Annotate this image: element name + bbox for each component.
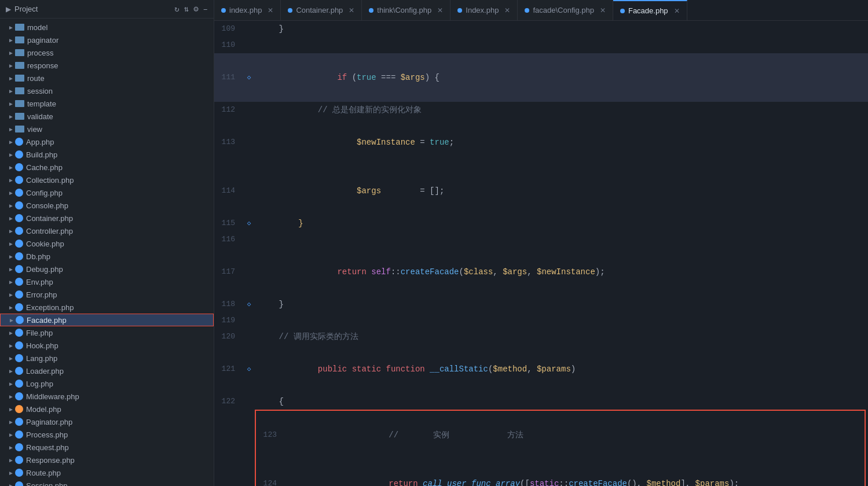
file-dot-icon [15, 392, 23, 400]
tree-file-request[interactable]: ► Request.php [0, 441, 214, 454]
tree-file-facade[interactable]: ► Facade.php [0, 314, 214, 326]
file-dot-icon [15, 150, 23, 159]
line-number: 111 [214, 69, 243, 86]
tree-file-route[interactable]: ► Route.php [0, 466, 214, 479]
line-number: 109 [214, 21, 243, 37]
folder-icon [15, 126, 24, 132]
line-number: 110 [214, 37, 243, 53]
file-dot-icon [15, 201, 23, 209]
tab-container-php[interactable]: Container.php ✕ [281, 0, 362, 21]
tree-label: Process.php [26, 430, 68, 439]
tree-file-session[interactable]: ► Session.php [0, 479, 214, 486]
file-dot-icon [15, 189, 23, 197]
tab-close-icon[interactable]: ✕ [349, 6, 354, 14]
file-dot-icon [15, 290, 23, 299]
tree-file-paginator[interactable]: ► Paginator.php [0, 415, 214, 428]
tree-arrow: ► [7, 241, 15, 247]
tree-file-build[interactable]: ► Build.php [0, 148, 214, 161]
tree-file-container[interactable]: ► Container.php [0, 212, 214, 224]
tree-label: Debug.php [26, 265, 63, 274]
tree-folder-template[interactable]: ► template [0, 97, 214, 110]
tree-label: view [27, 125, 42, 134]
line-number: 115 [214, 215, 243, 231]
file-dot-icon [15, 481, 23, 486]
tree-folder-response[interactable]: ► response [0, 59, 214, 72]
tree-file-controller[interactable]: ► Controller.php [0, 224, 214, 237]
line-number: 118 [214, 296, 243, 312]
tab-close-icon[interactable]: ✕ [437, 6, 443, 14]
tree-file-config[interactable]: ► Config.php [0, 186, 214, 199]
file-dot-icon [15, 405, 23, 413]
file-dot-icon [15, 214, 23, 222]
tab-facade-php[interactable]: Facade.php ✕ [613, 0, 687, 21]
code-line-113: 113 $newInstance = true; [214, 118, 868, 167]
tab-facade-config-php[interactable]: facade\Config.php ✕ [518, 0, 613, 21]
code-line-121: 121 ◇ public static function __callStati… [214, 345, 868, 393]
line-content: $newInstance = true; [255, 118, 868, 167]
tree-label: process [27, 49, 54, 57]
tree-folder-validate[interactable]: ► validate [0, 110, 214, 123]
file-dot-icon [15, 443, 23, 451]
tree-file-error[interactable]: ► Error.php [0, 288, 214, 301]
file-dot-icon [15, 456, 23, 464]
tree-file-model[interactable]: ► Model.php [0, 403, 214, 415]
line-content: return call_user_func_array([static::cre… [296, 459, 865, 486]
tree-file-cookie[interactable]: ► Cookie.php [0, 237, 214, 250]
tree-arrow: ► [7, 355, 15, 362]
tree-folder-route[interactable]: ► route [0, 72, 214, 84]
folder-icon [15, 49, 24, 56]
code-line-115: 115 ◇ } [214, 215, 868, 231]
tree-file-debug[interactable]: ► Debug.php [0, 263, 214, 275]
tree-file-console[interactable]: ► Console.php [0, 199, 214, 212]
sidebar-title: Project [14, 5, 38, 13]
tab-close-icon[interactable]: ✕ [268, 6, 273, 14]
tab-think-config-php[interactable]: think\Config.php ✕ [362, 0, 451, 21]
file-dot-icon [15, 176, 23, 184]
line-content: return self::createFacade($class, $args,… [255, 248, 868, 296]
tree-folder-session[interactable]: ► session [0, 84, 214, 97]
tree-label: Route.php [26, 469, 61, 477]
tree-label: validate [27, 112, 53, 121]
code-area[interactable]: 109 } 110 111 ◇ if (true === $args) { 11… [214, 21, 868, 486]
tab-label: Container.php [296, 6, 343, 14]
tree-folder-view[interactable]: ► view [0, 123, 214, 135]
minimize-icon[interactable]: – [203, 5, 208, 14]
line-number: 116 [214, 231, 243, 248]
tree-file-lang[interactable]: ► Lang.php [0, 352, 214, 365]
tree-file-response[interactable]: ► Response.php [0, 454, 214, 466]
sort-icon[interactable]: ⇅ [184, 4, 189, 14]
tree-file-env[interactable]: ► Env.php [0, 275, 214, 288]
tree-folder-model[interactable]: ► model [0, 21, 214, 34]
tab-close-icon[interactable]: ✕ [504, 6, 510, 14]
line-number: 123 [256, 427, 285, 443]
code-line-116: 116 [214, 231, 868, 248]
tree-arrow: ► [7, 50, 15, 56]
tab-index-php[interactable]: index.php ✕ [214, 0, 281, 21]
tree-file-log[interactable]: ► Log.php [0, 377, 214, 390]
tab-label: facade\Config.php [533, 6, 594, 14]
tree-file-collection[interactable]: ► Collection.php [0, 174, 214, 186]
tree-arrow: ► [7, 24, 15, 31]
tree-folder-paginator[interactable]: ► paginator [0, 34, 214, 46]
file-dot-icon [15, 278, 23, 286]
tree-arrow: ► [7, 419, 15, 425]
tree-label: Container.php [26, 214, 73, 223]
tab-close-icon[interactable]: ✕ [674, 7, 680, 15]
tree-file-file[interactable]: ► File.php [0, 326, 214, 339]
tab-index-php2[interactable]: Index.php ✕ [451, 0, 518, 21]
file-dot-icon [15, 430, 23, 439]
tree-file-loader[interactable]: ► Loader.php [0, 365, 214, 377]
settings-icon[interactable]: ⚙ [193, 4, 198, 14]
tree-file-hook[interactable]: ► Hook.php [0, 339, 214, 352]
tree-folder-process[interactable]: ► process [0, 46, 214, 59]
tree-arrow: ► [7, 253, 15, 260]
tree-file-app[interactable]: ► App.php [0, 135, 214, 148]
tree-file-db[interactable]: ► Db.php [0, 250, 214, 263]
tree-file-exception[interactable]: ► Exception.php [0, 301, 214, 314]
file-dot-icon [15, 252, 23, 260]
tree-file-middleware[interactable]: ► Middleware.php [0, 390, 214, 403]
tree-file-cache[interactable]: ► Cache.php [0, 161, 214, 174]
tree-file-process[interactable]: ► Process.php [0, 428, 214, 441]
tab-close-icon[interactable]: ✕ [600, 6, 606, 14]
sync-icon[interactable]: ↻ [174, 4, 179, 14]
